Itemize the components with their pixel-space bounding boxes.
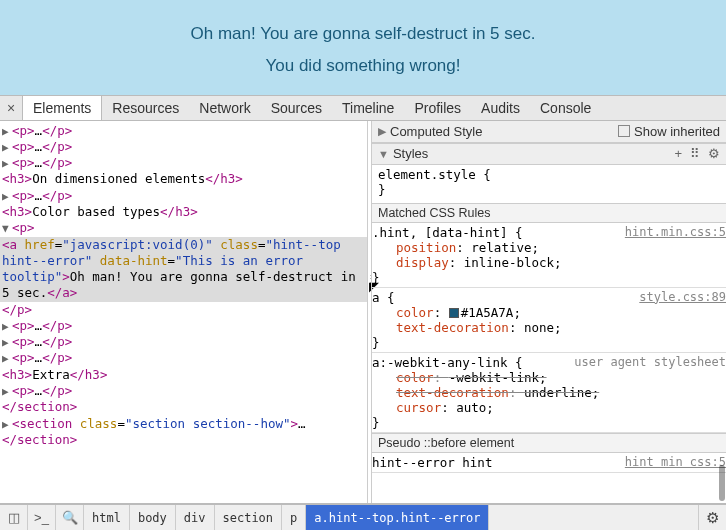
dom-row-selected[interactable]: <a href="javascript:void(0)" class="hint… (0, 237, 367, 302)
pseudo-rule[interactable]: hint--error hint hint min css:5 (372, 453, 726, 473)
styles-pane-header[interactable]: ▼ Styles + ⠿ ⚙ (372, 143, 726, 165)
tab-sources[interactable]: Sources (261, 96, 332, 120)
dom-row[interactable]: ▶<p>…</p> (0, 318, 367, 334)
dom-tree[interactable]: ▶<p>…</p>▶<p>…</p>▶<p>…</p><h3>On dimens… (0, 121, 367, 503)
tab-elements[interactable]: Elements (22, 96, 102, 120)
breadcrumb-section[interactable]: section (215, 505, 283, 530)
tab-console[interactable]: Console (530, 96, 601, 120)
tab-resources[interactable]: Resources (102, 96, 189, 120)
css-property[interactable]: text-decoration: underline; (372, 385, 726, 400)
tab-timeline[interactable]: Timeline (332, 96, 404, 120)
rule-selector: .hint, [data-hint] { (372, 225, 523, 240)
styles-title: Styles (393, 146, 428, 161)
scrollbar-thumb[interactable] (719, 465, 725, 501)
tab-network[interactable]: Network (189, 96, 260, 120)
color-swatch[interactable] (449, 308, 459, 318)
bottom-toolbar: ◫ >_ 🔍 html body div section p a.hint--t… (0, 504, 726, 530)
dom-row[interactable]: ▶<p>…</p> (0, 334, 367, 350)
css-property[interactable]: cursor: auto; (372, 400, 726, 415)
show-inherited-checkbox[interactable] (618, 125, 630, 137)
console-icon[interactable]: >_ (28, 505, 56, 530)
tab-profiles[interactable]: Profiles (404, 96, 471, 120)
dock-icon[interactable]: ◫ (0, 505, 28, 530)
dom-row[interactable]: ▼<p> (0, 220, 367, 236)
brace-close: } (378, 182, 720, 197)
computed-style-pane[interactable]: ▶ Computed Style Show inherited (372, 121, 726, 143)
css-rule[interactable]: a:-webkit-any-link {user agent styleshee… (372, 353, 726, 433)
dom-row[interactable]: <h3>On dimensioned elements</h3> (0, 171, 367, 187)
dom-row[interactable]: ▶<p>…</p> (0, 188, 367, 204)
rule-source-link: user agent stylesheet (574, 355, 726, 370)
chevron-right-icon: ▶ (378, 125, 386, 138)
devtools-tabbar: × Elements Resources Network Sources Tim… (0, 95, 726, 121)
styles-sidebar: ▶ Computed Style Show inherited ▼ Styles… (371, 121, 726, 503)
dom-row[interactable]: ▶<p>…</p> (0, 155, 367, 171)
pseudo-before-title: Pseudo ::before element (372, 433, 726, 453)
show-inherited-label: Show inherited (634, 124, 720, 139)
breadcrumb-div[interactable]: div (176, 505, 215, 530)
breadcrumb-body[interactable]: body (130, 505, 176, 530)
css-property[interactable]: text-decoration: none; (372, 320, 726, 335)
rule-source-link[interactable]: hint min css:5 (625, 455, 726, 470)
rule-selector: a { (372, 290, 395, 305)
dom-row[interactable]: ▶<p>…</p> (0, 383, 367, 399)
breadcrumb-p[interactable]: p (282, 505, 306, 530)
css-rule[interactable]: .hint, [data-hint] {hint.min.css:5positi… (372, 223, 726, 288)
dom-row[interactable]: ▶<p>…</p> (0, 139, 367, 155)
dom-row[interactable]: ▶<section class="section section--how">…… (0, 416, 367, 449)
element-style-selector: element.style { (378, 167, 720, 182)
computed-style-title: Computed Style (390, 124, 483, 139)
breadcrumb-a[interactable]: a.hint--top.hint--error (306, 505, 489, 530)
css-property[interactable]: position: relative; (372, 240, 726, 255)
gear-icon[interactable]: ⚙ (708, 146, 720, 161)
css-property[interactable]: display: inline-block; (372, 255, 726, 270)
search-icon[interactable]: 🔍 (56, 505, 84, 530)
settings-gear-icon[interactable]: ⚙ (698, 505, 726, 530)
css-rule[interactable]: a {style.css:89color: #1A5A7A;text-decor… (372, 288, 726, 353)
close-icon[interactable]: × (0, 100, 22, 116)
breadcrumb-html[interactable]: html (84, 505, 130, 530)
css-property[interactable]: color: -webkit-link; (372, 370, 726, 385)
rule-selector: a:-webkit-any-link { (372, 355, 523, 370)
dom-row[interactable]: </p> (0, 302, 367, 318)
chevron-down-icon: ▼ (378, 148, 389, 160)
css-property[interactable]: color: #1A5A7A; (372, 305, 726, 320)
dom-row[interactable]: <h3>Color based types</h3> (0, 204, 367, 220)
rule-source-link[interactable]: style.css:89 (639, 290, 726, 305)
banner-line-2: You did something wrong! (0, 50, 726, 82)
element-style-block[interactable]: element.style { } (372, 165, 726, 203)
rule-source-link[interactable]: hint.min.css:5 (625, 225, 726, 240)
banner-line-1: Oh man! You are gonna self-destruct in 5… (0, 18, 726, 50)
matched-rules-title: Matched CSS Rules (372, 203, 726, 223)
page-banner: Oh man! You are gonna self-destruct in 5… (0, 0, 726, 95)
dom-row[interactable]: ▶<p>…</p> (0, 350, 367, 366)
new-rule-icon[interactable]: + (674, 146, 682, 161)
dom-row[interactable]: </section> (0, 399, 367, 415)
tab-audits[interactable]: Audits (471, 96, 530, 120)
dom-row[interactable]: <h3>Extra</h3> (0, 367, 367, 383)
element-state-icon[interactable]: ⠿ (690, 146, 700, 161)
dom-row[interactable]: ▶<p>…</p> (0, 123, 367, 139)
